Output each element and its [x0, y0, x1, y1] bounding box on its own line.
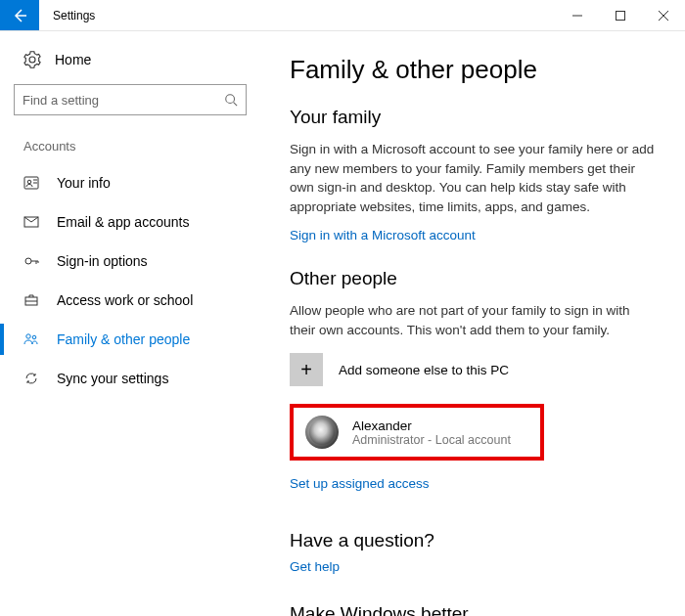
other-body: Allow people who are not part of your fa…	[290, 301, 656, 339]
svg-point-1	[226, 95, 235, 104]
svg-point-3	[27, 180, 31, 184]
search-placeholder: Find a setting	[23, 93, 99, 108]
better-title: Make Windows better	[290, 603, 656, 616]
assigned-access-link[interactable]: Set up assigned access	[290, 476, 430, 491]
sidebar: Home Find a setting Accounts Your info E…	[0, 31, 260, 616]
question-title: Have a question?	[290, 530, 656, 551]
arrow-left-icon	[12, 8, 27, 23]
avatar	[305, 416, 339, 449]
minimize-button[interactable]	[556, 0, 599, 30]
sidebar-item-your-info[interactable]: Your info	[0, 163, 260, 202]
svg-point-8	[32, 335, 36, 339]
gear-icon	[23, 51, 41, 68]
mail-icon	[23, 214, 39, 230]
svg-point-7	[26, 334, 30, 338]
add-label: Add someone else to this PC	[339, 363, 509, 377]
titlebar: Settings	[0, 0, 685, 31]
svg-rect-0	[616, 11, 625, 20]
search-input[interactable]: Find a setting	[14, 84, 247, 115]
minimize-icon	[572, 11, 582, 21]
key-icon	[23, 253, 39, 269]
search-icon	[224, 93, 238, 107]
sidebar-item-label: Sync your settings	[57, 371, 168, 386]
briefcase-icon	[23, 292, 39, 308]
add-someone-button[interactable]: + Add someone else to this PC	[290, 353, 656, 386]
sidebar-item-label: Email & app accounts	[57, 214, 189, 230]
main-content: Family & other people Your family Sign i…	[260, 31, 685, 616]
sidebar-item-sync[interactable]: Sync your settings	[0, 359, 260, 398]
user-account-item[interactable]: Alexander Administrator - Local account	[290, 404, 544, 461]
maximize-button[interactable]	[599, 0, 642, 30]
sidebar-item-family[interactable]: Family & other people	[0, 320, 260, 359]
maximize-icon	[616, 11, 625, 21]
back-button[interactable]	[0, 0, 39, 30]
people-icon	[23, 331, 39, 347]
window-title: Settings	[39, 0, 95, 30]
user-role: Administrator - Local account	[352, 433, 511, 447]
sync-icon	[23, 371, 39, 386]
close-icon	[659, 11, 668, 21]
svg-point-5	[25, 258, 31, 264]
home-label: Home	[55, 52, 91, 67]
home-button[interactable]: Home	[0, 41, 260, 84]
sidebar-item-work-school[interactable]: Access work or school	[0, 281, 260, 320]
sidebar-item-label: Your info	[57, 175, 111, 191]
sidebar-item-label: Access work or school	[57, 292, 193, 308]
plus-icon: +	[290, 353, 323, 386]
family-title: Your family	[290, 107, 656, 128]
close-button[interactable]	[642, 0, 685, 30]
user-name: Alexander	[352, 418, 511, 433]
sidebar-item-signin[interactable]: Sign-in options	[0, 242, 260, 281]
sidebar-item-email[interactable]: Email & app accounts	[0, 202, 260, 242]
signin-link[interactable]: Sign in with a Microsoft account	[290, 228, 476, 242]
sidebar-item-label: Sign-in options	[57, 253, 148, 269]
page-title: Family & other people	[290, 55, 656, 85]
other-title: Other people	[290, 268, 656, 289]
family-body: Sign in with a Microsoft account to see …	[290, 140, 656, 216]
section-label: Accounts	[0, 139, 260, 163]
person-icon	[23, 175, 39, 191]
get-help-link[interactable]: Get help	[290, 559, 340, 574]
sidebar-item-label: Family & other people	[57, 331, 190, 347]
